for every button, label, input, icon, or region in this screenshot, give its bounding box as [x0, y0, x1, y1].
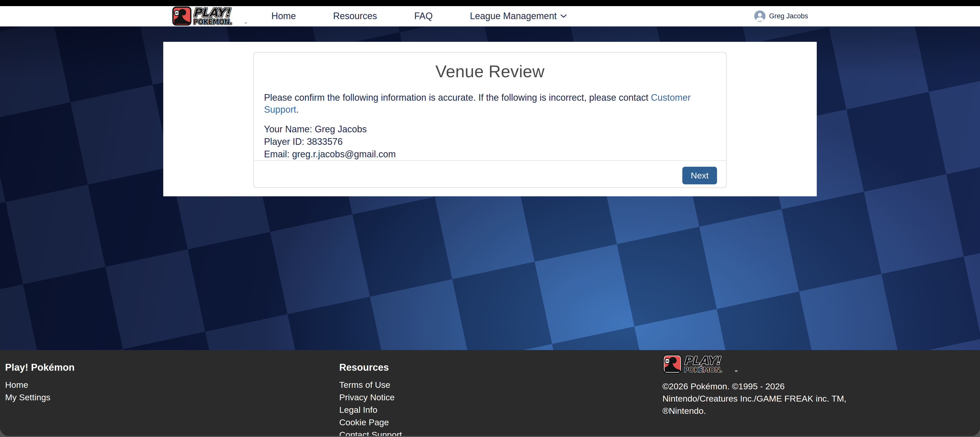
logo-tm-mark: ™ [244, 22, 247, 26]
footer-link-my-settings[interactable]: My Settings [5, 391, 339, 404]
next-button[interactable]: Next [682, 167, 717, 184]
intro-text-after: . [296, 104, 299, 115]
footer-link-cookie-page[interactable]: Cookie Page [339, 416, 662, 429]
footer-link-privacy-notice[interactable]: Privacy Notice [339, 391, 662, 404]
card-footer: Next [254, 160, 726, 191]
user-menu[interactable]: Greg Jacobs [754, 10, 808, 22]
intro-text-before: Please confirm the following information… [264, 92, 651, 103]
chevron-down-icon [560, 14, 567, 18]
copyright-line-3: ®Nintendo. [662, 405, 980, 417]
email-line: Email: greg.r.jacobs@gmail.com [264, 148, 716, 160]
page-background: Venue Review Please confirm the followin… [0, 27, 980, 350]
footer-link-terms-of-use[interactable]: Terms of Use [339, 378, 662, 391]
nav-league-management[interactable]: League Management [470, 11, 567, 21]
venue-review-card: Venue Review Please confirm the followin… [253, 52, 727, 188]
player-id-line: Player ID: 3833576 [264, 135, 716, 148]
nav-resources[interactable]: Resources [333, 11, 377, 21]
play-pokemon-footer-logo: PLAY! PLAY! POKÉMON. POKÉMON. ™ [662, 354, 739, 374]
footer-logo-play-text: PLAY! [684, 354, 721, 367]
footer-column-legal: PLAY! PLAY! POKÉMON. POKÉMON. ™ ©2026 Po… [662, 354, 980, 436]
copyright-line-2: Nintendo/Creatures Inc./GAME FREAK inc. … [662, 393, 980, 405]
header-container: PLAY! PLAY! POKÉMON. POKÉMON. ™ Home Res… [172, 6, 808, 26]
page-title: Venue Review [264, 62, 716, 81]
nav-league-management-label: League Management [470, 11, 557, 21]
footer-logo-tm-mark: ™ [735, 370, 738, 374]
confirmation-instructions: Please confirm the following information… [264, 92, 716, 116]
your-name-line: Your Name: Greg Jacobs [264, 123, 716, 135]
footer-link-contact-support[interactable]: Contact Support [339, 429, 662, 436]
user-name: Greg Jacobs [769, 12, 808, 20]
copyright-text: ©2026 Pokémon. ©1995 - 2026 Nintendo/Cre… [662, 380, 980, 417]
nav-faq[interactable]: FAQ [414, 11, 433, 21]
browser-window: PLAY! PLAY! POKÉMON. POKÉMON. ™ Home Res… [0, 0, 980, 436]
logo-pokemon-text: POKÉMON. [193, 18, 232, 26]
play-pokemon-logo[interactable]: PLAY! PLAY! POKÉMON. POKÉMON. ™ [172, 6, 248, 26]
user-avatar-icon [754, 10, 766, 22]
footer-column-play-pokemon: Play! Pokémon Home My Settings [5, 361, 339, 436]
play-pokemon-logo-icon: PLAY! PLAY! POKÉMON. POKÉMON. ™ [172, 6, 248, 26]
site-header: PLAY! PLAY! POKÉMON. POKÉMON. ™ Home Res… [0, 6, 980, 27]
footer-heading-play-pokemon: Play! Pokémon [5, 361, 339, 374]
footer-column-resources: Resources Terms of Use Privacy Notice Le… [339, 361, 662, 436]
content-panel: Venue Review Please confirm the followin… [163, 42, 817, 196]
player-info-block: Your Name: Greg Jacobs Player ID: 383357… [264, 123, 716, 160]
footer-logo-pokemon-text: POKÉMON. [684, 366, 722, 374]
main-nav: Home Resources FAQ League Management [271, 11, 567, 21]
logo-play-text: PLAY! [193, 6, 231, 19]
nav-home[interactable]: Home [271, 11, 296, 21]
footer-link-home[interactable]: Home [5, 378, 339, 391]
copyright-line-1: ©2026 Pokémon. ©1995 - 2026 [662, 380, 980, 393]
top-black-bar [0, 0, 980, 6]
footer-link-legal-info[interactable]: Legal Info [339, 404, 662, 416]
site-footer: Play! Pokémon Home My Settings Resources… [0, 350, 980, 436]
card-body: Venue Review Please confirm the followin… [254, 52, 726, 160]
play-pokemon-footer-logo-icon: PLAY! PLAY! POKÉMON. POKÉMON. ™ [662, 354, 739, 374]
footer-heading-resources: Resources [339, 361, 662, 374]
